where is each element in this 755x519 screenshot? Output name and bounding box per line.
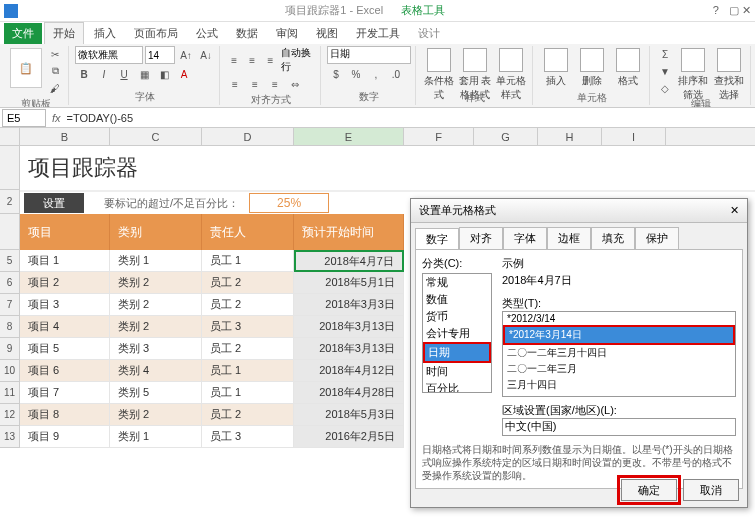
- tab-design[interactable]: 设计: [410, 23, 448, 44]
- category-item[interactable]: 会计专用: [423, 325, 491, 342]
- cell-category[interactable]: 类别 3: [110, 338, 202, 360]
- delete-button[interactable]: 删除: [575, 46, 609, 90]
- find-button[interactable]: 查找和选择: [712, 46, 746, 90]
- rowhead[interactable]: 6: [0, 272, 20, 294]
- col-H[interactable]: H: [538, 128, 602, 145]
- ok-button[interactable]: 确定: [621, 479, 677, 501]
- cell-category[interactable]: 类别 2: [110, 316, 202, 338]
- type-item[interactable]: 2012年3月14日: [503, 393, 735, 397]
- col-G[interactable]: G: [474, 128, 538, 145]
- format-button[interactable]: 格式: [611, 46, 645, 90]
- cell-project[interactable]: 项目 8: [20, 404, 110, 426]
- tab-dev[interactable]: 开发工具: [348, 23, 408, 44]
- cell-date[interactable]: 2018年4月7日: [294, 250, 404, 272]
- inc-dec-icon[interactable]: .0: [387, 66, 405, 82]
- cancel-button[interactable]: 取消: [683, 479, 739, 501]
- autosum-icon[interactable]: Σ: [656, 46, 674, 62]
- align-top-icon[interactable]: ≡: [226, 52, 242, 68]
- window-controls[interactable]: ▢ ✕: [729, 4, 751, 17]
- rowhead-2[interactable]: 2: [0, 190, 20, 214]
- type-item[interactable]: 三月十四日: [503, 377, 735, 393]
- type-item[interactable]: 二〇一二年三月: [503, 361, 735, 377]
- fill-icon[interactable]: ▼: [656, 63, 674, 79]
- th-date[interactable]: 预计开始时间: [294, 214, 404, 250]
- category-item[interactable]: 常规: [423, 274, 491, 291]
- dialog-tab[interactable]: 字体: [503, 227, 547, 249]
- category-item[interactable]: 货币: [423, 308, 491, 325]
- brush-icon[interactable]: 🖌: [46, 80, 64, 96]
- cell-owner[interactable]: 员工 1: [202, 250, 294, 272]
- size-select[interactable]: [145, 46, 175, 64]
- dialog-tab[interactable]: 对齐: [459, 227, 503, 249]
- tab-formulas[interactable]: 公式: [188, 23, 226, 44]
- cell-owner[interactable]: 员工 2: [202, 272, 294, 294]
- category-item[interactable]: 数值: [423, 291, 491, 308]
- dialog-tab[interactable]: 数字: [415, 228, 459, 250]
- cell-owner[interactable]: 员工 2: [202, 294, 294, 316]
- shrink-font-icon[interactable]: A↓: [197, 47, 215, 63]
- rowhead[interactable]: 11: [0, 382, 20, 404]
- align-mid-icon[interactable]: ≡: [244, 52, 260, 68]
- locale-select[interactable]: 中文(中国): [502, 418, 736, 436]
- cell-category[interactable]: 类别 5: [110, 382, 202, 404]
- cond-format-button[interactable]: 条件格式: [422, 46, 456, 90]
- rowhead[interactable]: 9: [0, 338, 20, 360]
- cell-date[interactable]: 2018年3月3日: [294, 294, 404, 316]
- type-item[interactable]: 二〇一二年三月十四日: [503, 345, 735, 361]
- bold-button[interactable]: B: [75, 66, 93, 82]
- cell-project[interactable]: 项目 3: [20, 294, 110, 316]
- comma-icon[interactable]: ,: [367, 66, 385, 82]
- th-project[interactable]: 项目: [20, 214, 110, 250]
- rowhead[interactable]: 7: [0, 294, 20, 316]
- rowhead[interactable]: 12: [0, 404, 20, 426]
- align-left-icon[interactable]: ≡: [226, 76, 244, 92]
- cell-project[interactable]: 项目 2: [20, 272, 110, 294]
- dialog-tab[interactable]: 保护: [635, 227, 679, 249]
- col-F[interactable]: F: [404, 128, 474, 145]
- underline-button[interactable]: U: [115, 66, 133, 82]
- category-item[interactable]: 百分比: [423, 380, 491, 393]
- wrap-button[interactable]: 自动换行: [281, 46, 316, 74]
- cell-date[interactable]: 2018年5月1日: [294, 272, 404, 294]
- th-category[interactable]: 类别: [110, 214, 202, 250]
- cell-category[interactable]: 类别 1: [110, 426, 202, 448]
- tab-review[interactable]: 审阅: [268, 23, 306, 44]
- close-icon[interactable]: ✕: [730, 204, 739, 217]
- fill-color-button[interactable]: ◧: [155, 66, 173, 82]
- cell-date[interactable]: 2016年2月5日: [294, 426, 404, 448]
- cell-owner[interactable]: 员工 2: [202, 404, 294, 426]
- cell-date[interactable]: 2018年5月3日: [294, 404, 404, 426]
- copy-icon[interactable]: ⧉: [46, 63, 64, 79]
- rowhead-4[interactable]: [0, 214, 20, 250]
- cell-date[interactable]: 2018年3月13日: [294, 338, 404, 360]
- cell-owner[interactable]: 员工 3: [202, 426, 294, 448]
- help-icon[interactable]: ?: [713, 4, 719, 17]
- col-C[interactable]: C: [110, 128, 202, 145]
- col-E1[interactable]: E: [294, 128, 404, 145]
- col-I[interactable]: I: [602, 128, 666, 145]
- cell-project[interactable]: 项目 6: [20, 360, 110, 382]
- insert-button[interactable]: 插入: [539, 46, 573, 90]
- italic-button[interactable]: I: [95, 66, 113, 82]
- settings-button[interactable]: 设置: [24, 193, 84, 213]
- cell-category[interactable]: 类别 1: [110, 250, 202, 272]
- formula-input[interactable]: =TODAY()-65: [67, 112, 755, 124]
- cell-date[interactable]: 2018年4月12日: [294, 360, 404, 382]
- rowhead[interactable]: 10: [0, 360, 20, 382]
- percent-icon[interactable]: %: [347, 66, 365, 82]
- tab-layout[interactable]: 页面布局: [126, 23, 186, 44]
- th-owner[interactable]: 责任人: [202, 214, 294, 250]
- align-right-icon[interactable]: ≡: [266, 76, 284, 92]
- font-color-button[interactable]: A: [175, 66, 193, 82]
- rowhead[interactable]: 8: [0, 316, 20, 338]
- tab-file[interactable]: 文件: [4, 23, 42, 44]
- number-format-select[interactable]: 日期: [327, 46, 411, 64]
- col-B[interactable]: B: [20, 128, 110, 145]
- cell-date[interactable]: 2018年3月13日: [294, 316, 404, 338]
- cell-project[interactable]: 项目 4: [20, 316, 110, 338]
- align-center-icon[interactable]: ≡: [246, 76, 264, 92]
- clear-icon[interactable]: ◇: [656, 80, 674, 96]
- table-format-button[interactable]: 套用 表格格式: [458, 46, 492, 90]
- cell-category[interactable]: 类别 4: [110, 360, 202, 382]
- rowhead[interactable]: 13: [0, 426, 20, 448]
